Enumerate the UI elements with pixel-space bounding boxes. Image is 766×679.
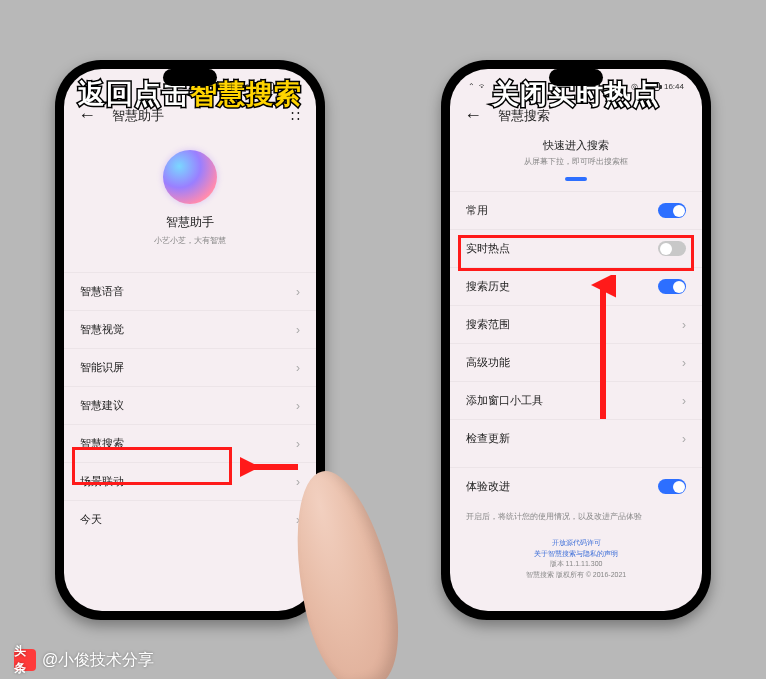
screen-left: ⌃ᯤ ◎16:44 ← 智慧助手 ∷ 智慧助手 小艺小芝，大有智慧 智慧语音› …: [64, 69, 316, 611]
item-label: 场景联动: [80, 474, 124, 489]
item-label: 今天: [80, 512, 102, 527]
chevron-right-icon: ›: [682, 394, 686, 408]
tip-subtitle: 从屏幕下拉，即可呼出搜索框: [450, 156, 702, 167]
hero-title: 智慧助手: [64, 214, 316, 231]
chevron-right-icon: ›: [296, 437, 300, 451]
item-label: 添加窗口小工具: [466, 393, 543, 408]
toggle-switch[interactable]: [658, 203, 686, 218]
experience-note: 开启后，将统计您的使用情况，以及改进产品体验: [450, 505, 702, 528]
hero-section: 智慧助手 小艺小芝，大有智慧: [64, 132, 316, 266]
assistant-logo-icon: [163, 150, 217, 204]
footer-link[interactable]: 关于智慧搜索与隐私的声明: [450, 549, 702, 560]
chevron-right-icon: ›: [682, 356, 686, 370]
toggle-switch[interactable]: [658, 241, 686, 256]
settings-list: 常用 实时热点 搜索历史 搜索范围› 高级功能› 添加窗口小工具› 检查更新›: [450, 191, 702, 457]
toggle-switch[interactable]: [658, 279, 686, 294]
chevron-right-icon: ›: [296, 285, 300, 299]
list-item-experience[interactable]: 体验改进: [450, 467, 702, 505]
chevron-right-icon: ›: [682, 318, 686, 332]
list-item[interactable]: 高级功能›: [450, 343, 702, 381]
footer-version: 版本 11.1.11.300: [450, 559, 702, 570]
item-label: 智慧语音: [80, 284, 124, 299]
chevron-right-icon: ›: [682, 432, 686, 446]
watermark: 头条 @小俊技术分享: [14, 649, 154, 671]
list-item-hot-topic[interactable]: 实时热点: [450, 229, 702, 267]
list-item[interactable]: 智慧建议›: [64, 386, 316, 424]
toggle-switch[interactable]: [658, 479, 686, 494]
item-label: 智慧建议: [80, 398, 124, 413]
list-item-smart-search[interactable]: 智慧搜索›: [64, 424, 316, 462]
tip-title: 快速进入搜索: [450, 138, 702, 153]
item-label: 智慧搜索: [80, 436, 124, 451]
settings-list: 智慧语音› 智慧视觉› 智能识屏› 智慧建议› 智慧搜索› 场景联动› 今天›: [64, 272, 316, 538]
chevron-right-icon: ›: [296, 475, 300, 489]
settings-list-2: 体验改进: [450, 467, 702, 505]
item-label: 搜索范围: [466, 317, 510, 332]
camera-notch: [163, 69, 217, 86]
phone-frame-left: ⌃ᯤ ◎16:44 ← 智慧助手 ∷ 智慧助手 小艺小芝，大有智慧 智慧语音› …: [55, 60, 325, 620]
chevron-right-icon: ›: [296, 361, 300, 375]
chevron-right-icon: ›: [296, 399, 300, 413]
list-item[interactable]: 今天›: [64, 500, 316, 538]
list-item[interactable]: 搜索范围›: [450, 305, 702, 343]
footer-link[interactable]: 开放源代码许可: [450, 538, 702, 549]
item-label: 检查更新: [466, 431, 510, 446]
phone-frame-right: ⌃ᯤ ◎16:44 ← 智慧搜索 快速进入搜索 从屏幕下拉，即可呼出搜索框 常用…: [441, 60, 711, 620]
camera-notch: [549, 69, 603, 86]
item-label: 实时热点: [466, 241, 510, 256]
list-item[interactable]: 智慧视觉›: [64, 310, 316, 348]
screen-right: ⌃ᯤ ◎16:44 ← 智慧搜索 快速进入搜索 从屏幕下拉，即可呼出搜索框 常用…: [450, 69, 702, 611]
item-label: 智慧视觉: [80, 322, 124, 337]
toutiao-logo-icon: 头条: [14, 649, 36, 671]
watermark-author: @小俊技术分享: [42, 650, 154, 671]
item-label: 搜索历史: [466, 279, 510, 294]
list-item[interactable]: 场景联动›: [64, 462, 316, 500]
right-panel: 关闭实时热点 ⌃ᯤ ◎16:44 ← 智慧搜索 快速进入搜索 从屏幕下拉，即可呼…: [386, 0, 766, 679]
hero-subtitle: 小艺小芝，大有智慧: [64, 235, 316, 246]
list-item-common[interactable]: 常用: [450, 191, 702, 229]
item-label: 常用: [466, 203, 488, 218]
footer-copyright: 智慧搜索 版权所有 © 2016-2021: [450, 570, 702, 581]
item-label: 智能识屏: [80, 360, 124, 375]
list-item[interactable]: 智慧语音›: [64, 272, 316, 310]
list-item-history[interactable]: 搜索历史: [450, 267, 702, 305]
list-item[interactable]: 智能识屏›: [64, 348, 316, 386]
list-item[interactable]: 添加窗口小工具›: [450, 381, 702, 419]
left-panel: 返回点击智慧搜索 ⌃ᯤ ◎16:44 ← 智慧助手 ∷ 智慧助手 小艺小芝，大有…: [0, 0, 380, 679]
tip-illustration: [565, 177, 587, 181]
footer-links: 开放源代码许可 关于智慧搜索与隐私的声明 版本 11.1.11.300 智慧搜索…: [450, 538, 702, 580]
item-label: 高级功能: [466, 355, 510, 370]
chevron-right-icon: ›: [296, 323, 300, 337]
item-label: 体验改进: [466, 479, 510, 494]
list-item[interactable]: 检查更新›: [450, 419, 702, 457]
